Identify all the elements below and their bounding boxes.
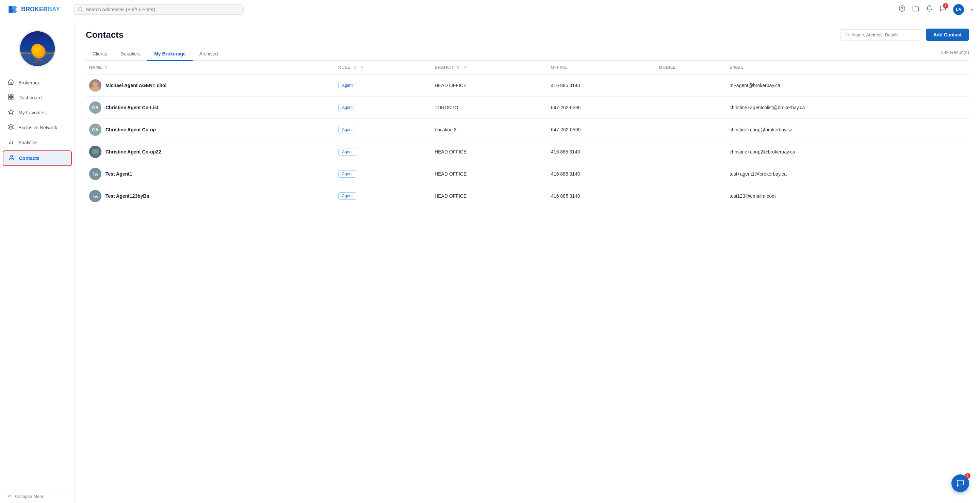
notifications-button[interactable]: [926, 5, 933, 14]
svg-point-1: [79, 8, 82, 11]
avatar: CA: [89, 124, 102, 136]
td-branch: Location 3: [431, 119, 547, 141]
table-row[interactable]: Christine Agent Co-op22 Agent HEAD OFFIC…: [86, 141, 969, 163]
svg-rect-15: [11, 98, 13, 99]
sidebar-item-contacts-label: Contacts: [19, 156, 40, 161]
folder-icon: [912, 5, 919, 12]
avatar: TA: [89, 168, 102, 180]
branch-sort-icon[interactable]: ⇅: [456, 66, 460, 69]
role-badge: Agent: [338, 192, 356, 200]
question-icon: [899, 5, 905, 12]
td-name: CA Christine Agent Co-List: [86, 97, 335, 119]
svg-rect-9: [20, 53, 56, 54]
svg-rect-14: [11, 95, 13, 96]
contacts-search-input[interactable]: [852, 32, 916, 37]
contact-name: Michael Agent AGENT choi: [105, 83, 166, 88]
collapse-menu-button[interactable]: Collapse Menu: [0, 489, 75, 503]
svg-rect-16: [8, 98, 10, 99]
user-dropdown-button[interactable]: ▾: [971, 7, 973, 12]
table-row[interactable]: CA Christine Agent Co-List Agent TORONTO…: [86, 97, 969, 119]
role-badge: Agent: [338, 148, 356, 156]
table-row[interactable]: TA Test Agent1 Agent HEAD OFFICE 416 885…: [86, 163, 969, 185]
star-icon: [8, 109, 14, 116]
contact-name: Christine Agent Co-op22: [105, 149, 161, 154]
main-content: Contacts Add Contact Clients Suppliers: [75, 19, 980, 503]
td-branch: HEAD OFFICE: [431, 74, 547, 97]
td-email: m+agent@brokerbay.ca: [726, 74, 969, 97]
svg-line-2: [82, 10, 83, 11]
messages-button[interactable]: 1: [940, 5, 946, 14]
role-sort-icon[interactable]: ⇅: [353, 66, 356, 69]
sidebar-nav: Brokerage Dashboard My: [0, 76, 75, 489]
td-role: Agent: [335, 74, 431, 97]
contact-name: Test Agent1: [105, 171, 132, 177]
user-avatar-button[interactable]: LA: [953, 4, 964, 15]
role-badge: Agent: [338, 126, 356, 134]
th-mobile: MOBILE: [655, 61, 726, 74]
contact-name: Christine Agent Co-List: [105, 105, 159, 110]
contacts-search-icon: [845, 32, 850, 37]
svg-point-23: [846, 33, 848, 36]
th-branch: BRANCH ⇅ ▼: [431, 61, 547, 74]
help-button[interactable]: [899, 5, 905, 14]
contacts-search-bar[interactable]: [840, 29, 922, 40]
td-email: christine+coop@brokerbay.ca: [726, 119, 969, 141]
avatar-dark-svg: [89, 146, 102, 158]
td-mobile: [655, 185, 726, 207]
role-filter-icon[interactable]: ▼: [360, 65, 364, 69]
search-icon: [78, 7, 83, 12]
td-mobile: [655, 163, 726, 185]
th-email: EMAIL: [726, 61, 969, 74]
tab-my-brokerage[interactable]: My Brokerage: [147, 48, 192, 61]
chat-fab-icon: [956, 479, 964, 487]
home-icon: [8, 79, 14, 86]
role-badge: Agent: [338, 82, 356, 89]
td-email: christine+coop2@brokerbay.ca: [726, 141, 969, 163]
tab-clients[interactable]: Clients: [86, 48, 114, 61]
svg-point-10: [36, 57, 41, 59]
td-role: Agent: [335, 119, 431, 141]
sidebar-item-my-favorites[interactable]: My Favorites: [3, 105, 72, 120]
sidebar-item-dashboard[interactable]: Dashboard: [3, 91, 72, 105]
sidebar-item-contacts[interactable]: Contacts: [3, 150, 72, 166]
svg-rect-13: [8, 95, 10, 96]
table-row[interactable]: TA Test Agent123byBa Agent HEAD OFFICE 4…: [86, 185, 969, 207]
avatar: CA: [89, 102, 102, 114]
sidebar-item-exclusive-network[interactable]: Exclusive Network: [3, 121, 72, 135]
td-office: 647-262-0590: [547, 119, 655, 141]
collapse-icon: [7, 493, 12, 499]
profile-area: [0, 23, 75, 76]
sidebar-item-analytics[interactable]: Analytics: [3, 135, 72, 150]
contacts-table-body: Michael Agent AGENT choi Agent HEAD OFFI…: [86, 74, 969, 207]
sidebar-item-my-favorites-label: My Favorites: [18, 110, 46, 115]
table-row[interactable]: CA Christine Agent Co-op Agent Location …: [86, 119, 969, 141]
chat-fab-button[interactable]: 1: [951, 474, 969, 492]
td-office: 416 885 3140: [547, 185, 655, 207]
tab-suppliers[interactable]: Suppliers: [114, 48, 147, 61]
results-count: 539 Result(s): [941, 50, 969, 59]
td-office: 416 885 3140: [547, 141, 655, 163]
files-button[interactable]: [912, 5, 919, 14]
td-role: Agent: [335, 163, 431, 185]
name-sort-icon[interactable]: ⇅: [105, 66, 108, 69]
table-row[interactable]: Michael Agent AGENT choi Agent HEAD OFFI…: [86, 74, 969, 97]
td-role: Agent: [335, 97, 431, 119]
svg-rect-30: [93, 154, 97, 156]
add-contact-button[interactable]: Add Contact: [926, 29, 969, 41]
tab-archived[interactable]: Archived: [192, 48, 224, 61]
profile-avatar[interactable]: [19, 30, 56, 67]
branch-filter-icon[interactable]: ▼: [463, 65, 467, 69]
td-branch: HEAD OFFICE: [431, 141, 547, 163]
th-role: ROLE ⇅ ▼: [335, 61, 431, 74]
sidebar-item-brokerage[interactable]: Brokerage: [3, 76, 72, 90]
svg-point-12: [32, 62, 46, 63]
sidebar-item-exclusive-network-label: Exclusive Network: [18, 125, 57, 131]
logo-icon: [7, 3, 19, 16]
td-email: test123@emailm.com: [726, 185, 969, 207]
td-name: TA Test Agent1: [86, 163, 335, 185]
svg-point-26: [93, 82, 98, 86]
td-branch: TORONTO: [431, 97, 547, 119]
svg-point-11: [34, 60, 43, 61]
global-search-input[interactable]: [86, 7, 239, 12]
global-search-bar[interactable]: [73, 5, 243, 14]
